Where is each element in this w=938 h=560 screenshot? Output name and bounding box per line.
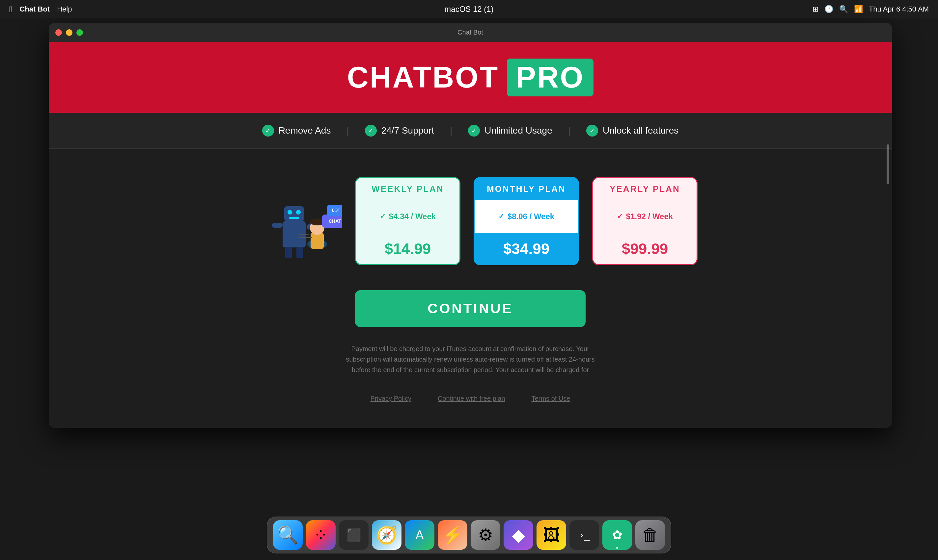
plan-monthly-rate: ✓ $8.06 / Week <box>498 212 554 221</box>
svg-text:CHAT: CHAT <box>329 218 341 224</box>
plan-yearly-header: YEARLY PLAN <box>593 178 697 200</box>
plan-weekly-body: ✓ $4.34 / Week <box>356 200 460 233</box>
window-minimize-button[interactable] <box>66 29 73 36</box>
launchpad-icon: ⁘ <box>313 525 328 545</box>
feature-check-unlimited-icon: ✓ <box>468 125 480 137</box>
safari-icon: 🧭 <box>376 525 398 545</box>
features-bar: ✓ Remove Ads | ✓ 24/7 Support | ✓ Unlimi… <box>49 113 892 149</box>
plan-yearly-price-footer: $99.99 <box>593 233 697 264</box>
continue-button[interactable]: CONTINUE <box>355 290 586 327</box>
feature-divider-1: | <box>347 125 349 136</box>
window-close-button[interactable] <box>56 29 62 36</box>
scrollbar[interactable] <box>887 145 889 184</box>
plan-weekly-header: WEEKLY PLAN <box>356 178 460 200</box>
menubar-right: ⊞ 🕐 🔍 📶 Thu Apr 6 4:50 AM <box>813 5 929 14</box>
chatbot-icon: ✿ <box>612 528 622 542</box>
feature-check-icon: ✓ <box>262 125 274 137</box>
window-controls <box>56 29 83 36</box>
dock-active-indicator <box>616 547 618 549</box>
footer-disclaimer: Payment will be charged to your iTunes a… <box>339 343 602 375</box>
feature-unlimited: ✓ Unlimited Usage <box>468 125 552 137</box>
svg-text:BOT: BOT <box>332 208 340 212</box>
feature-check-support-icon: ✓ <box>365 125 377 137</box>
svg-rect-1 <box>284 206 304 221</box>
dock-item-gitscout[interactable]: ◆ <box>504 520 533 550</box>
window-maximize-button[interactable] <box>76 29 83 36</box>
robot-illustration: CHAT BOT <box>243 168 342 274</box>
mission-control-icon: ⬛ <box>347 528 361 542</box>
header-title: CHATBOT PRO <box>347 58 594 96</box>
plan-weekly-name: WEEKLY PLAN <box>372 184 444 194</box>
menu-app-name[interactable]: Chat Bot <box>20 5 50 14</box>
free-plan-link[interactable]: Continue with free plan <box>438 395 505 402</box>
svg-rect-6 <box>285 247 292 258</box>
finder-icon: 🔍 <box>277 525 299 545</box>
plan-monthly-rate-label: $8.06 / Week <box>508 212 554 221</box>
dock-item-system-prefs[interactable]: ⚙ <box>471 520 500 550</box>
window-title: Chat Bot <box>457 29 483 36</box>
terminal-icon: ›_ <box>579 530 590 541</box>
dock-item-launchpad[interactable]: ⁘ <box>306 520 336 550</box>
feature-label-support: 24/7 Support <box>381 125 434 136</box>
menu-help[interactable]: Help <box>57 5 72 14</box>
svg-rect-4 <box>289 217 299 219</box>
plan-card-monthly[interactable]: MONTHLY PLAN ✓ $8.06 / Week $34.99 <box>474 177 579 265</box>
dock-item-chatbot[interactable]: ✿ <box>602 520 632 550</box>
plan-weekly-price: $14.99 <box>385 240 431 257</box>
plan-card-weekly[interactable]: WEEKLY PLAN ✓ $4.34 / Week $14.99 <box>355 177 460 265</box>
svg-point-2 <box>287 210 292 214</box>
plan-yearly-rate: ✓ $1.92 / Week <box>617 212 673 221</box>
feature-support: ✓ 24/7 Support <box>365 125 434 137</box>
feature-check-unlock-icon: ✓ <box>586 125 598 137</box>
svg-rect-5 <box>292 220 296 223</box>
svg-rect-8 <box>272 223 282 228</box>
plan-yearly-name: YEARLY PLAN <box>609 184 680 194</box>
plan-monthly-price: $34.99 <box>503 240 550 257</box>
feature-divider-3: | <box>568 125 571 136</box>
dock-item-preview[interactable]: 🖼 <box>537 520 566 550</box>
plan-monthly-name: MONTHLY PLAN <box>487 184 566 194</box>
plan-yearly-price: $99.99 <box>622 240 668 257</box>
dock-item-trash[interactable]: 🗑 <box>635 520 665 550</box>
dock-item-safari[interactable]: 🧭 <box>372 520 401 550</box>
plan-monthly-header: MONTHLY PLAN <box>475 178 578 200</box>
pro-badge: PRO <box>507 58 594 96</box>
gitscout-icon: ◆ <box>512 525 525 545</box>
dock-item-mission-control[interactable]: ⬛ <box>339 520 369 550</box>
footer-links: Privacy Policy Continue with free plan T… <box>370 395 571 402</box>
dock-item-appstore[interactable]: A <box>405 520 434 550</box>
menubar-title: macOS 12 (1) <box>444 5 494 14</box>
feature-label-unlimited: Unlimited Usage <box>484 125 552 136</box>
plan-monthly-body: ✓ $8.06 / Week <box>475 200 578 233</box>
window-titlebar: Chat Bot <box>49 23 892 42</box>
rate-yearly-check-icon: ✓ <box>617 212 623 221</box>
app-window: Chat Bot CHATBOT PRO ✓ Remove Ads | ✓ 24… <box>49 23 892 428</box>
plan-monthly-price-footer: $34.99 <box>475 233 578 264</box>
dock-item-finder[interactable]: 🔍 <box>273 520 303 550</box>
menubar-search-icon[interactable]: 🔍 <box>839 5 848 14</box>
system-prefs-icon: ⚙ <box>478 525 494 545</box>
menubar-clock-icon[interactable]: 🕐 <box>824 5 833 14</box>
plan-weekly-price-footer: $14.99 <box>356 233 460 264</box>
appstore-icon: A <box>416 528 424 542</box>
feature-remove-ads: ✓ Remove Ads <box>262 125 331 137</box>
svg-rect-7 <box>296 247 303 258</box>
privacy-policy-link[interactable]: Privacy Policy <box>370 395 411 402</box>
reeder-icon: ⚡ <box>442 525 463 545</box>
plan-weekly-rate-label: $4.34 / Week <box>389 212 436 221</box>
menubar-time: Thu Apr 6 4:50 AM <box>869 5 929 14</box>
plan-yearly-rate-label: $1.92 / Week <box>626 212 673 221</box>
menubar-grid-icon[interactable]: ⊞ <box>813 5 818 14</box>
main-content: CHAT BOT WEEKLY PLAN ✓ <box>49 149 892 428</box>
dock-item-reeder[interactable]: ⚡ <box>438 520 467 550</box>
plan-card-yearly[interactable]: YEARLY PLAN ✓ $1.92 / Week $99.99 <box>592 177 697 265</box>
svg-point-3 <box>296 210 301 214</box>
dock-item-terminal[interactable]: ›_ <box>569 520 599 550</box>
plan-yearly-body: ✓ $1.92 / Week <box>593 200 697 233</box>
feature-label-remove-ads: Remove Ads <box>279 125 331 136</box>
menubar-wifi-icon[interactable]: 📶 <box>854 5 863 14</box>
terms-link[interactable]: Terms of Use <box>532 395 571 402</box>
app-content: CHATBOT PRO ✓ Remove Ads | ✓ 24/7 Suppor… <box>49 42 892 428</box>
rate-check-icon: ✓ <box>380 212 386 221</box>
apple-logo-icon[interactable]:  <box>9 4 12 14</box>
